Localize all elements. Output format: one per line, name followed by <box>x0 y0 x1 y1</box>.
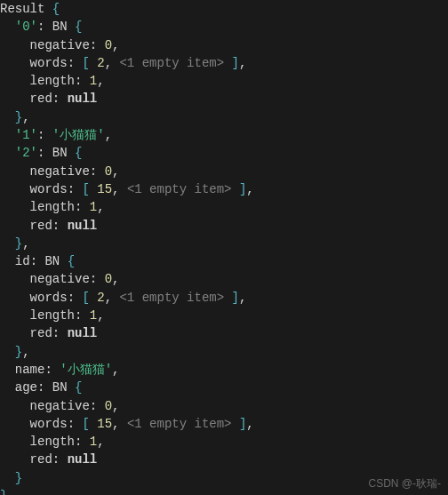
key-age: age <box>15 380 37 395</box>
prop-negative: negative <box>30 38 90 52</box>
result-label: Result <box>0 2 44 16</box>
key-name: name <box>15 363 45 377</box>
key-2: '2' <box>15 146 37 160</box>
key-id: id <box>15 254 30 268</box>
bn-label: BN <box>52 20 68 34</box>
watermark: CSDN @-耿瑞- <box>368 476 441 491</box>
prop-words: words <box>30 56 68 70</box>
val-cat: '小猫猫' <box>52 128 105 142</box>
key-0: '0' <box>15 20 37 34</box>
prop-red: red <box>30 92 52 106</box>
key-1: '1' <box>15 128 37 142</box>
prop-length: length <box>30 74 75 88</box>
empty-item: <1 empty item> <box>119 56 224 70</box>
code-output: Result { '0': BN { negative: 0, words: [… <box>0 0 448 495</box>
